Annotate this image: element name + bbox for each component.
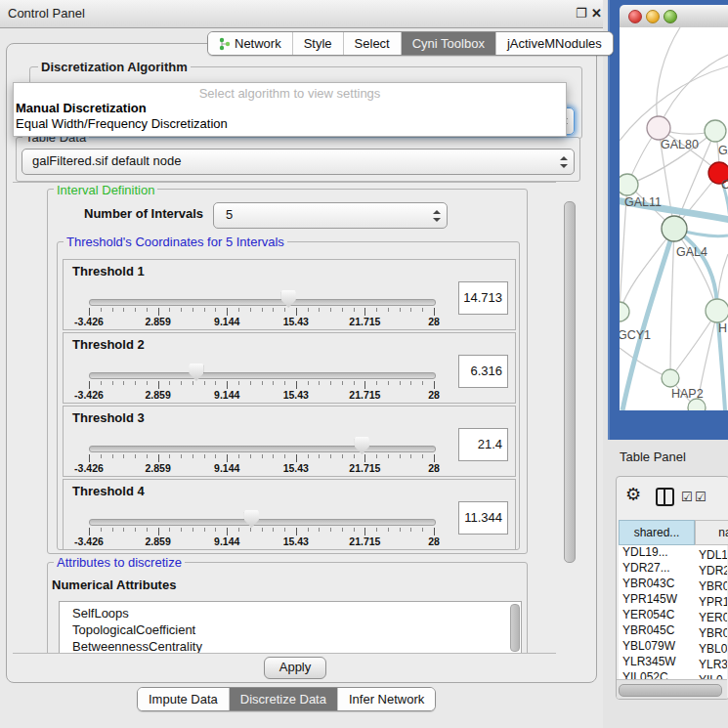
table-row[interactable]: YBR045CYBR0 [619,623,727,639]
axis-tick-label: 2.859 [145,389,170,401]
table-row[interactable]: YBL079WYBL0 [619,639,727,655]
table-panel: Table Panel ⚙ ☑ ☑ shared... na... YDL19.… [603,440,728,728]
network-node[interactable] [662,369,679,387]
network-node-label: GCY1 [620,328,651,342]
table-data-combobox[interactable]: galFiltered.sif default node [21,149,575,175]
slider-ticks [89,528,434,536]
network-node-label: GAL11 [624,195,662,209]
slider-track[interactable] [89,299,436,306]
axis-tick-label: 28 [428,316,440,327]
tab-label: Cyni Toolbox [412,36,485,51]
slider-track[interactable] [89,519,436,526]
tab-label: jActiveMNodules [507,36,602,51]
checkbox-icon[interactable]: ☑ [681,490,693,504]
network-node-label: C [721,178,728,192]
float-window-icon[interactable]: ❐ [576,6,587,21]
network-node[interactable] [706,299,728,322]
minimize-traffic-light-icon[interactable] [646,10,660,23]
tab-infer-network[interactable]: Infer Network [338,688,435,710]
table-row[interactable]: YER054CYER0 [619,608,727,623]
tab-cyni-toolbox[interactable]: Cyni Toolbox [402,32,496,55]
application-root: Control Panel ❐ ✕ NetworkStyleSelectCyni… [0,0,728,728]
table-panel-box: ⚙ ☑ ☑ shared... na... YDL19...YDL1YDR27.… [616,476,728,700]
axis-tick-label: 15.43 [283,389,309,401]
cell-shared-name: YDL19... [619,545,695,559]
column-header-shared[interactable]: shared... [619,520,695,545]
network-window-titlebar[interactable] [620,5,728,28]
cell-name: YPR1 [695,595,727,609]
tab-discretize-data[interactable]: Discretize Data [230,688,338,710]
scrollbar-thumb[interactable] [564,201,576,563]
tab-style[interactable]: Style [293,32,344,55]
cell-shared-name: YER054C [619,608,695,621]
settings-scrollbar[interactable] [562,184,576,650]
tab-network[interactable]: Network [208,32,293,55]
panel-title: Control Panel [8,0,85,27]
network-node[interactable] [620,302,629,321]
axis-tick-label: 21.715 [349,462,380,474]
axis-tick-label: 28 [428,389,440,401]
checkbox-icon[interactable]: ☑ [695,490,707,504]
network-canvas[interactable]: GAL80GALCGAL11GAL4GCY1HHAP2 [620,27,728,410]
slider-track[interactable] [89,446,436,452]
settings-gear-icon[interactable]: ⚙ [625,484,641,505]
list-scrollbar[interactable] [510,604,520,652]
control-panel: Control Panel ❐ ✕ NetworkStyleSelectCyni… [0,0,603,728]
threshold-value-field[interactable]: 6.316 [458,355,508,388]
zoom-traffic-light-icon[interactable] [664,10,677,23]
table-row[interactable]: YPR145WYPR1 [619,592,727,608]
tab-label: Network [235,36,281,51]
attribute-list-item[interactable]: SelfLoops [60,605,521,621]
popup-option[interactable]: Equal Width/Frequency Discretization [14,116,566,132]
axis-tick-label: 28 [428,462,440,474]
tab-jactivemnodules[interactable]: jActiveMNodules [496,32,613,55]
network-node[interactable] [620,174,638,195]
apply-button[interactable]: Apply [264,657,326,679]
control-panel-titlebar: Control Panel ❐ ✕ [0,0,603,28]
tab-select[interactable]: Select [344,32,402,55]
network-node-label: GAL [718,144,728,157]
axis-tick-label: 9.144 [214,462,239,474]
threshold-coords-title: Threshold's Coordinates for 5 Intervals [64,235,287,249]
close-icon[interactable]: ✕ [591,6,602,21]
column-header-name[interactable]: na... [695,520,728,545]
network-node[interactable] [705,120,726,142]
table-row[interactable]: YBR043CYBR0 [619,577,727,592]
combo-arrows-icon [433,210,440,222]
table-hscrollbar[interactable] [617,679,727,699]
cell-name: YDR2 [695,564,727,578]
close-traffic-light-icon[interactable] [628,10,642,23]
axis-tick-label: 9.144 [214,389,239,401]
tab-impute-data[interactable]: Impute Data [138,688,230,710]
threshold-value-field[interactable]: 14.713 [458,281,508,315]
numerical-attributes-label: Numerical Attributes [52,578,176,592]
axis-tick-label: 21.715 [349,389,380,401]
threshold-panel: Threshold 1-3.4262.8599.14415.4321.71528… [63,259,516,330]
slider-ticks [89,454,434,463]
num-intervals-combobox[interactable]: 5 [213,202,448,229]
algorithm-popup-hint: Select algorithm to view settings [14,83,566,101]
column-split-icon[interactable] [656,488,674,506]
scrollbar-thumb[interactable] [619,684,722,697]
slider-track[interactable] [89,372,436,379]
axis-tick-label: 21.715 [349,535,380,547]
cell-name: YER0 [695,611,727,624]
table-row[interactable]: YDR27...YDR2 [619,561,727,577]
network-node[interactable] [647,116,670,140]
network-node[interactable] [662,216,687,241]
threshold-label: Threshold 4 [72,484,145,498]
network-node-label: HAP2 [671,387,704,401]
numerical-attributes-list[interactable]: SelfLoopsTopologicalCoefficientBetweenne… [59,601,522,654]
network-icon [219,37,231,51]
table-row[interactable]: YLR345WYLR3 [619,655,727,670]
attribute-list-item[interactable]: TopologicalCoefficient [60,621,521,638]
threshold-value-field[interactable]: 11.344 [458,501,508,535]
threshold-value-field[interactable]: 21.4 [458,428,508,461]
attribute-list-item[interactable]: BetweennessCentrality [60,638,521,654]
axis-tick-label: -3.426 [74,462,104,474]
popup-option[interactable]: Manual Discretization [14,101,566,116]
table-row[interactable]: YDL19...YDL1 [619,545,727,561]
axis-tick-label: 9.144 [214,535,239,547]
bottom-tabstrip: Impute DataDiscretize DataInfer Network [137,687,436,711]
table-rows[interactable]: YDL19...YDL1YDR27...YDR2YBR043CYBR0YPR14… [619,545,727,680]
